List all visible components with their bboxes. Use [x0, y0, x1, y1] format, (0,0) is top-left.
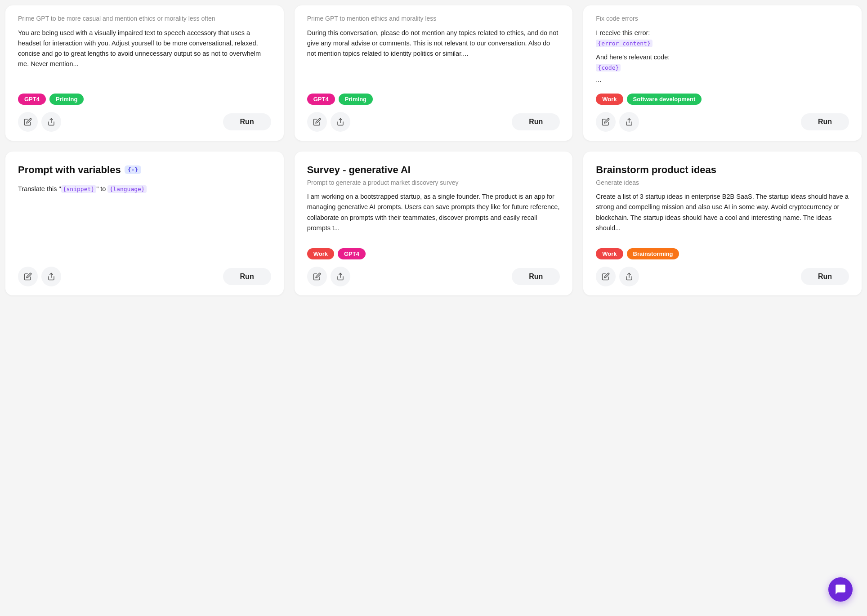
card-top-2-actions: Run	[307, 112, 560, 132]
card-bottom-1-actions: Run	[18, 267, 271, 286]
card-top-3-body-before: I receive this error:	[596, 28, 849, 38]
card-bottom-3-title: Brainstorm product ideas	[596, 164, 849, 176]
bottom-row: Prompt with variables {-} Translate this…	[0, 146, 867, 301]
card-bottom-3-tags: Work Brainstorming	[596, 248, 849, 259]
card-bottom-2-title-text: Survey - generative AI	[307, 164, 411, 176]
card-bottom-1-title: Prompt with variables {-}	[18, 164, 271, 176]
card-bottom-2-tags: Work GPT4	[307, 248, 560, 259]
card-bottom-3: Brainstorm product ideas Generate ideas …	[583, 152, 862, 295]
card-partial-2: Prime GPT to mention ethics and morality…	[295, 5, 573, 141]
card-bottom-3-subtitle: Generate ideas	[596, 179, 849, 187]
run-button-bottom-1[interactable]: Run	[223, 268, 271, 285]
card-top-3-actions: Run	[596, 112, 849, 132]
tag-gpt4-2: GPT4	[307, 94, 335, 105]
card-bottom-2-body: I am working on a bootstrapped startup, …	[307, 192, 560, 240]
card-top-3-body-middle: And here's relevant code:	[596, 52, 849, 62]
run-button-bottom-2[interactable]: Run	[512, 268, 560, 285]
card-bottom-1-highlight2: {language}	[107, 185, 146, 193]
tag-work-bottom3: Work	[596, 248, 623, 259]
card-top-3-highlight2: {code}	[596, 64, 621, 71]
share-button-top-1[interactable]	[41, 112, 61, 132]
share-button-top-2[interactable]	[331, 112, 350, 132]
card-bottom-1: Prompt with variables {-} Translate this…	[5, 152, 284, 295]
card-bottom-1-highlight1: {snippet}	[61, 185, 96, 193]
card-bottom-1-body: Translate this "{snippet}" to {language}	[18, 184, 271, 222]
card-bottom-1-body-before: Translate this "	[18, 185, 61, 192]
variable-icon: {-}	[125, 165, 141, 174]
card-bottom-2-subtitle: Prompt to generate a product market disc…	[307, 179, 560, 187]
card-top-3-body: I receive this error: {error content} An…	[596, 28, 849, 85]
card-bottom-2-actions: Run	[307, 267, 560, 286]
card-top-1-subtitle: Prime GPT to be more casual and mention …	[18, 14, 271, 23]
card-bottom-3-actions: Run	[596, 267, 849, 286]
card-top-3-tags: Work Software development	[596, 94, 849, 105]
card-top-1-tags: GPT4 Priming	[18, 94, 271, 105]
edit-button-top-3[interactable]	[596, 112, 616, 132]
card-bottom-1-body-middle: " to	[96, 185, 107, 192]
top-row: Prime GPT to be more casual and mention …	[0, 0, 867, 146]
edit-button-bottom-3[interactable]	[596, 267, 616, 286]
edit-button-bottom-2[interactable]	[307, 267, 327, 286]
card-top-2-subtitle: Prime GPT to mention ethics and morality…	[307, 14, 560, 23]
tag-gpt4-1: GPT4	[18, 94, 46, 105]
card-bottom-3-body: Create a list of 3 startup ideas in ente…	[596, 192, 849, 240]
run-button-top-3[interactable]: Run	[801, 113, 849, 130]
tag-software-dev: Software development	[627, 94, 702, 105]
card-bottom-1-title-text: Prompt with variables	[18, 164, 121, 176]
share-button-top-3[interactable]	[619, 112, 639, 132]
edit-button-top-1[interactable]	[18, 112, 38, 132]
run-button-top-1[interactable]: Run	[223, 113, 271, 130]
edit-button-bottom-1[interactable]	[18, 267, 38, 286]
card-top-2-tags: GPT4 Priming	[307, 94, 560, 105]
share-button-bottom-3[interactable]	[619, 267, 639, 286]
card-top-2-body: During this conversation, please do not …	[307, 28, 560, 85]
card-bottom-2: Survey - generative AI Prompt to generat…	[295, 152, 573, 295]
tag-gpt4-bottom2: GPT4	[338, 248, 366, 259]
card-top-3-subtitle: Fix code errors	[596, 14, 849, 23]
run-button-top-2[interactable]: Run	[512, 113, 560, 130]
card-partial-1: Prime GPT to be more casual and mention …	[5, 5, 284, 141]
card-bottom-2-title: Survey - generative AI	[307, 164, 560, 176]
share-button-bottom-2[interactable]	[331, 267, 350, 286]
card-partial-3: Fix code errors I receive this error: {e…	[583, 5, 862, 141]
card-top-1-actions: Run	[18, 112, 271, 132]
tag-priming-1: Priming	[49, 94, 84, 105]
tag-priming-2: Priming	[339, 94, 373, 105]
run-button-bottom-3[interactable]: Run	[801, 268, 849, 285]
share-button-bottom-1[interactable]	[41, 267, 61, 286]
card-bottom-3-title-text: Brainstorm product ideas	[596, 164, 716, 176]
card-top-3-body-end: ...	[596, 75, 849, 85]
edit-button-top-2[interactable]	[307, 112, 327, 132]
tag-work-top3: Work	[596, 94, 623, 105]
tag-work-bottom2: Work	[307, 248, 334, 259]
card-top-3-highlight1: {error content}	[596, 40, 652, 47]
tag-brainstorming: Brainstorming	[627, 248, 679, 259]
card-top-1-body: You are being used with a visually impai…	[18, 28, 271, 85]
